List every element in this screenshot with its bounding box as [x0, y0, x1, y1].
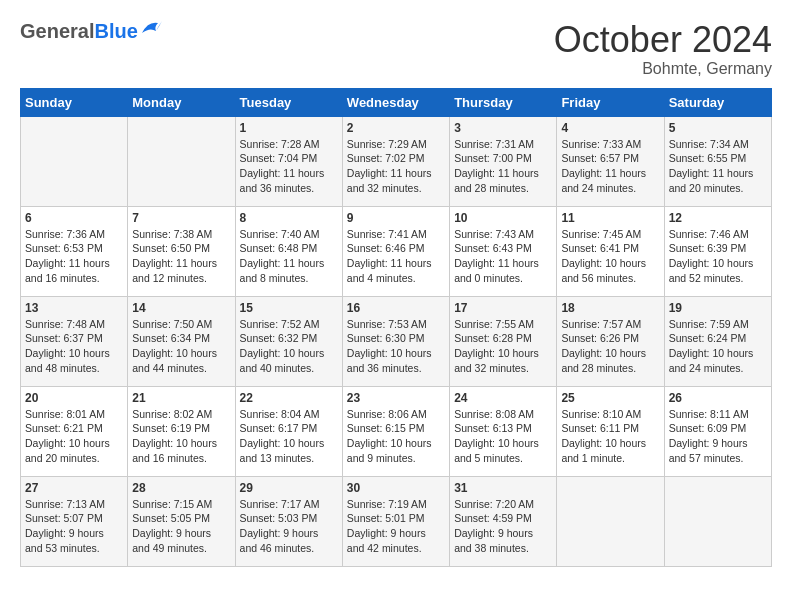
calendar-cell: [557, 476, 664, 566]
cell-content: Sunrise: 7:52 AM Sunset: 6:32 PM Dayligh…: [240, 317, 338, 376]
day-number: 7: [132, 211, 230, 225]
calendar-cell: 29Sunrise: 7:17 AM Sunset: 5:03 PM Dayli…: [235, 476, 342, 566]
page-header: General Blue October 2024 Bohmte, German…: [20, 20, 772, 78]
cell-content: Sunrise: 8:06 AM Sunset: 6:15 PM Dayligh…: [347, 407, 445, 466]
calendar-cell: 21Sunrise: 8:02 AM Sunset: 6:19 PM Dayli…: [128, 386, 235, 476]
cell-content: Sunrise: 7:17 AM Sunset: 5:03 PM Dayligh…: [240, 497, 338, 556]
calendar-cell: 26Sunrise: 8:11 AM Sunset: 6:09 PM Dayli…: [664, 386, 771, 476]
calendar-cell: 3Sunrise: 7:31 AM Sunset: 7:00 PM Daylig…: [450, 116, 557, 206]
calendar-cell: 19Sunrise: 7:59 AM Sunset: 6:24 PM Dayli…: [664, 296, 771, 386]
day-number: 27: [25, 481, 123, 495]
day-number: 8: [240, 211, 338, 225]
calendar-week-row: 20Sunrise: 8:01 AM Sunset: 6:21 PM Dayli…: [21, 386, 772, 476]
weekday-header-saturday: Saturday: [664, 88, 771, 116]
cell-content: Sunrise: 7:43 AM Sunset: 6:43 PM Dayligh…: [454, 227, 552, 286]
calendar-cell: 31Sunrise: 7:20 AM Sunset: 4:59 PM Dayli…: [450, 476, 557, 566]
cell-content: Sunrise: 7:53 AM Sunset: 6:30 PM Dayligh…: [347, 317, 445, 376]
cell-content: Sunrise: 8:04 AM Sunset: 6:17 PM Dayligh…: [240, 407, 338, 466]
cell-content: Sunrise: 7:13 AM Sunset: 5:07 PM Dayligh…: [25, 497, 123, 556]
calendar-cell: [21, 116, 128, 206]
day-number: 14: [132, 301, 230, 315]
cell-content: Sunrise: 7:50 AM Sunset: 6:34 PM Dayligh…: [132, 317, 230, 376]
logo-bird-icon: [140, 19, 162, 39]
weekday-header-sunday: Sunday: [21, 88, 128, 116]
day-number: 21: [132, 391, 230, 405]
day-number: 1: [240, 121, 338, 135]
cell-content: Sunrise: 7:19 AM Sunset: 5:01 PM Dayligh…: [347, 497, 445, 556]
cell-content: Sunrise: 7:38 AM Sunset: 6:50 PM Dayligh…: [132, 227, 230, 286]
calendar-cell: 11Sunrise: 7:45 AM Sunset: 6:41 PM Dayli…: [557, 206, 664, 296]
day-number: 23: [347, 391, 445, 405]
calendar-week-row: 27Sunrise: 7:13 AM Sunset: 5:07 PM Dayli…: [21, 476, 772, 566]
day-number: 15: [240, 301, 338, 315]
calendar-cell: 23Sunrise: 8:06 AM Sunset: 6:15 PM Dayli…: [342, 386, 449, 476]
cell-content: Sunrise: 7:57 AM Sunset: 6:26 PM Dayligh…: [561, 317, 659, 376]
calendar-week-row: 1Sunrise: 7:28 AM Sunset: 7:04 PM Daylig…: [21, 116, 772, 206]
cell-content: Sunrise: 7:36 AM Sunset: 6:53 PM Dayligh…: [25, 227, 123, 286]
calendar-week-row: 6Sunrise: 7:36 AM Sunset: 6:53 PM Daylig…: [21, 206, 772, 296]
location: Bohmte, Germany: [554, 60, 772, 78]
cell-content: Sunrise: 7:41 AM Sunset: 6:46 PM Dayligh…: [347, 227, 445, 286]
calendar-cell: 7Sunrise: 7:38 AM Sunset: 6:50 PM Daylig…: [128, 206, 235, 296]
calendar-cell: 27Sunrise: 7:13 AM Sunset: 5:07 PM Dayli…: [21, 476, 128, 566]
calendar-cell: 1Sunrise: 7:28 AM Sunset: 7:04 PM Daylig…: [235, 116, 342, 206]
weekday-header-monday: Monday: [128, 88, 235, 116]
calendar-table: SundayMondayTuesdayWednesdayThursdayFrid…: [20, 88, 772, 567]
day-number: 25: [561, 391, 659, 405]
calendar-cell: 13Sunrise: 7:48 AM Sunset: 6:37 PM Dayli…: [21, 296, 128, 386]
day-number: 24: [454, 391, 552, 405]
calendar-cell: 8Sunrise: 7:40 AM Sunset: 6:48 PM Daylig…: [235, 206, 342, 296]
title-block: October 2024 Bohmte, Germany: [554, 20, 772, 78]
calendar-cell: 24Sunrise: 8:08 AM Sunset: 6:13 PM Dayli…: [450, 386, 557, 476]
day-number: 31: [454, 481, 552, 495]
calendar-cell: 15Sunrise: 7:52 AM Sunset: 6:32 PM Dayli…: [235, 296, 342, 386]
calendar-cell: 12Sunrise: 7:46 AM Sunset: 6:39 PM Dayli…: [664, 206, 771, 296]
day-number: 17: [454, 301, 552, 315]
day-number: 13: [25, 301, 123, 315]
day-number: 10: [454, 211, 552, 225]
day-number: 26: [669, 391, 767, 405]
day-number: 3: [454, 121, 552, 135]
cell-content: Sunrise: 8:11 AM Sunset: 6:09 PM Dayligh…: [669, 407, 767, 466]
calendar-cell: [664, 476, 771, 566]
cell-content: Sunrise: 7:46 AM Sunset: 6:39 PM Dayligh…: [669, 227, 767, 286]
weekday-header-thursday: Thursday: [450, 88, 557, 116]
day-number: 28: [132, 481, 230, 495]
day-number: 5: [669, 121, 767, 135]
cell-content: Sunrise: 8:01 AM Sunset: 6:21 PM Dayligh…: [25, 407, 123, 466]
weekday-header-row: SundayMondayTuesdayWednesdayThursdayFrid…: [21, 88, 772, 116]
calendar-cell: 10Sunrise: 7:43 AM Sunset: 6:43 PM Dayli…: [450, 206, 557, 296]
logo-general: General: [20, 20, 94, 43]
cell-content: Sunrise: 7:20 AM Sunset: 4:59 PM Dayligh…: [454, 497, 552, 556]
logo: General Blue: [20, 20, 162, 43]
day-number: 4: [561, 121, 659, 135]
weekday-header-friday: Friday: [557, 88, 664, 116]
calendar-week-row: 13Sunrise: 7:48 AM Sunset: 6:37 PM Dayli…: [21, 296, 772, 386]
day-number: 22: [240, 391, 338, 405]
calendar-cell: 9Sunrise: 7:41 AM Sunset: 6:46 PM Daylig…: [342, 206, 449, 296]
day-number: 19: [669, 301, 767, 315]
calendar-cell: 18Sunrise: 7:57 AM Sunset: 6:26 PM Dayli…: [557, 296, 664, 386]
day-number: 11: [561, 211, 659, 225]
calendar-cell: 6Sunrise: 7:36 AM Sunset: 6:53 PM Daylig…: [21, 206, 128, 296]
cell-content: Sunrise: 7:55 AM Sunset: 6:28 PM Dayligh…: [454, 317, 552, 376]
cell-content: Sunrise: 7:31 AM Sunset: 7:00 PM Dayligh…: [454, 137, 552, 196]
weekday-header-wednesday: Wednesday: [342, 88, 449, 116]
cell-content: Sunrise: 8:10 AM Sunset: 6:11 PM Dayligh…: [561, 407, 659, 466]
cell-content: Sunrise: 8:08 AM Sunset: 6:13 PM Dayligh…: [454, 407, 552, 466]
cell-content: Sunrise: 7:40 AM Sunset: 6:48 PM Dayligh…: [240, 227, 338, 286]
calendar-cell: 30Sunrise: 7:19 AM Sunset: 5:01 PM Dayli…: [342, 476, 449, 566]
calendar-cell: 5Sunrise: 7:34 AM Sunset: 6:55 PM Daylig…: [664, 116, 771, 206]
calendar-cell: 25Sunrise: 8:10 AM Sunset: 6:11 PM Dayli…: [557, 386, 664, 476]
cell-content: Sunrise: 7:59 AM Sunset: 6:24 PM Dayligh…: [669, 317, 767, 376]
calendar-cell: 16Sunrise: 7:53 AM Sunset: 6:30 PM Dayli…: [342, 296, 449, 386]
day-number: 16: [347, 301, 445, 315]
calendar-cell: 4Sunrise: 7:33 AM Sunset: 6:57 PM Daylig…: [557, 116, 664, 206]
calendar-cell: 22Sunrise: 8:04 AM Sunset: 6:17 PM Dayli…: [235, 386, 342, 476]
cell-content: Sunrise: 7:33 AM Sunset: 6:57 PM Dayligh…: [561, 137, 659, 196]
calendar-cell: 20Sunrise: 8:01 AM Sunset: 6:21 PM Dayli…: [21, 386, 128, 476]
day-number: 12: [669, 211, 767, 225]
cell-content: Sunrise: 7:28 AM Sunset: 7:04 PM Dayligh…: [240, 137, 338, 196]
day-number: 29: [240, 481, 338, 495]
cell-content: Sunrise: 7:45 AM Sunset: 6:41 PM Dayligh…: [561, 227, 659, 286]
